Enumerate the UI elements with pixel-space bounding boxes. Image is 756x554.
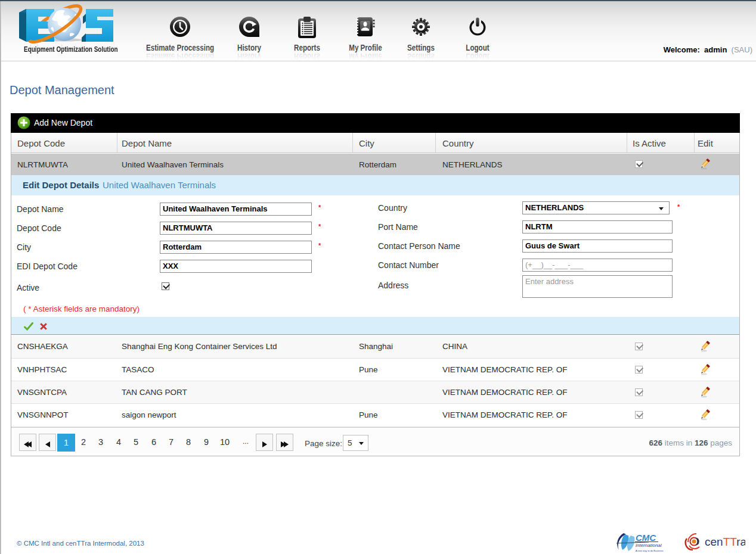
svg-text:A new way to do Business: A new way to do Business	[636, 549, 663, 552]
svg-text:cenTTra: cenTTra	[705, 536, 745, 548]
svg-text:international: international	[636, 543, 662, 548]
svg-text:CMC: CMC	[636, 533, 656, 543]
